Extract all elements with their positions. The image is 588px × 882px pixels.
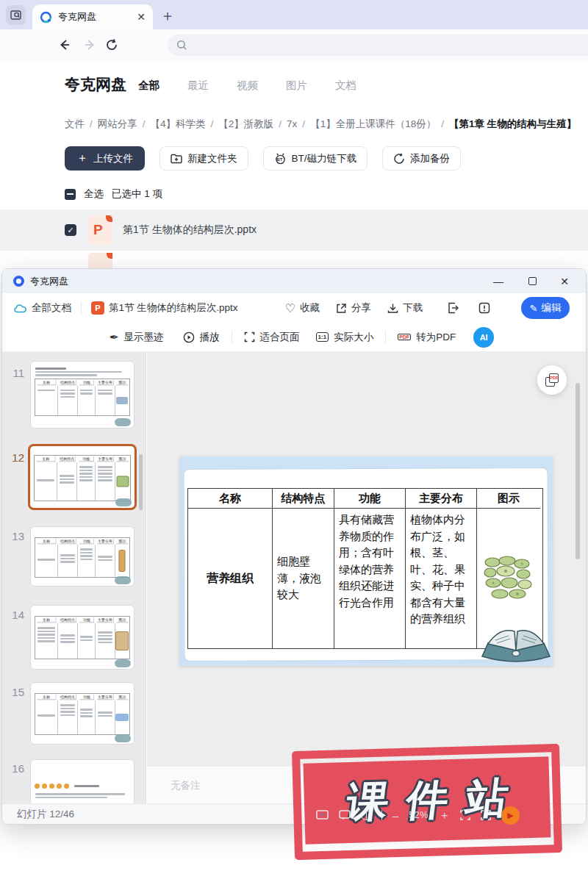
slide-thumbnail-12-selected[interactable]: 名称结构特点功能主要分布图示 (28, 444, 137, 510)
zoom-out-button[interactable]: – (392, 809, 398, 822)
breadcrumb-item[interactable]: 【1】全册上课课件（18份） (310, 118, 436, 129)
bt-download-button[interactable]: BT BT/磁力链下载 (263, 146, 368, 171)
video-play-fab[interactable]: ▶ (501, 806, 520, 825)
breadcrumb: 文件/网站分享/【4】科学类/【2】浙教版/7x/【1】全册上课课件（18份）/… (65, 118, 579, 131)
breadcrumb-item[interactable]: 7x (287, 118, 297, 129)
ai-assistant-button[interactable]: AI (473, 327, 494, 348)
language-globe-icon[interactable] (361, 810, 371, 820)
add-backup-button[interactable]: 添加备份 (382, 146, 461, 171)
close-button[interactable]: ✕ (552, 269, 577, 293)
reload-icon[interactable] (104, 37, 119, 52)
table-cell-function: 具有储藏营养物质的作用；含有叶绿体的营养组织还能进行光合作用 (334, 509, 406, 648)
tab-all[interactable]: 全部 (138, 79, 159, 93)
fullscreen-icon[interactable] (481, 810, 491, 820)
comment-icon[interactable] (339, 810, 351, 820)
tab-video[interactable]: 视频 (237, 79, 258, 93)
new-folder-button[interactable]: 新建文件夹 (159, 146, 248, 171)
feedback-button[interactable] (478, 302, 490, 314)
save-to-drive-icon (448, 302, 459, 314)
tab-close-icon[interactable]: ✕ (137, 11, 146, 23)
share-button[interactable]: 分享 (336, 301, 371, 315)
fit-width-icon[interactable] (460, 810, 470, 820)
fit-page-button[interactable]: 适合页面 (244, 331, 300, 344)
action-buttons: ＋ 上传文件 新建文件夹 BT BT/磁力链下载 添加备份 (65, 146, 461, 171)
slide-thumbnail-13[interactable]: 名称结构特点功能主要分布图示 (30, 526, 135, 587)
all-docs-button[interactable]: 全部文档 (14, 301, 71, 315)
selected-count: 已选中 1 项 (112, 187, 162, 201)
breadcrumb-item[interactable]: 【2】浙教版 (218, 118, 273, 129)
show-ink-button[interactable]: ✒ 显示墨迹 (110, 331, 164, 344)
zoom-level: 52% (409, 810, 429, 820)
file-name[interactable]: 第1节 生物体的结构层次.pptx (123, 223, 257, 237)
open-book-clipart (479, 620, 553, 665)
page-nav-tabs: 全部 最近 视频 图片 文档 (138, 79, 356, 93)
preview-window: 夸克网盘 — ✕ 全部文档 P 第1节 生物体的结构层次.pptx ♡ 收藏 分… (1, 268, 587, 825)
floating-pdf-button[interactable]: PDF (537, 365, 567, 395)
select-all-checkbox[interactable] (65, 189, 76, 200)
browser-tabstrip: 夸克网盘 ✕ ＋ (0, 0, 588, 29)
tab-title: 夸克网盘 (58, 10, 137, 24)
to-pdf-button[interactable]: PDF 转为PDF (398, 331, 456, 344)
slide-thumbnail-16[interactable] (30, 759, 135, 805)
window-titlebar[interactable]: 夸克网盘 — ✕ (2, 269, 586, 293)
actual-size-button[interactable]: 1:1 实际大小 (316, 331, 374, 344)
thumb-image (115, 631, 129, 650)
maximize-icon (528, 277, 537, 285)
file-row[interactable]: ✓ P 第1节 生物体的结构层次.pptx (0, 209, 588, 251)
backup-circle-icon (393, 153, 405, 165)
upload-button[interactable]: ＋ 上传文件 (65, 146, 145, 171)
feedback-icon (478, 302, 490, 314)
sidebar-scrollbar[interactable] (139, 454, 143, 510)
search-icon (176, 40, 187, 51)
slide-counter: 幻灯片 12/46 (17, 808, 74, 821)
edit-button[interactable]: ✎ 编辑 (521, 297, 570, 319)
selection-row: 全选 已选中 1 项 (65, 187, 162, 201)
breadcrumb-item[interactable]: 网站分享 (98, 118, 137, 129)
browser-tab[interactable]: 夸克网盘 ✕ (32, 4, 153, 29)
minimize-button[interactable]: — (486, 269, 511, 293)
one-to-one-icon: 1:1 (316, 332, 329, 342)
sidebar-toggle-button[interactable] (6, 5, 26, 25)
slide-number: 15 (5, 686, 24, 698)
file-checkbox[interactable]: ✓ (65, 224, 76, 236)
tab-image[interactable]: 图片 (286, 79, 307, 93)
search-input[interactable] (168, 35, 588, 56)
notes-placeholder: 无备注 (171, 779, 201, 792)
tab-recent[interactable]: 最近 (187, 79, 209, 93)
table-header: 主要分布 (406, 489, 477, 509)
zoom-in-button[interactable]: ＋ (439, 808, 450, 822)
thumb-image (119, 550, 126, 572)
book-clipart-icon (115, 659, 131, 667)
slide-thumbnail-14[interactable]: 名称结构特点功能主要分布图示 (30, 605, 135, 670)
slide-thumbnail-15[interactable]: 名称结构特点功能主要分布图示 (30, 682, 135, 745)
select-all-label[interactable]: 全选 (84, 187, 104, 201)
plus-icon: ＋ (76, 151, 88, 166)
book-clipart-icon (115, 418, 131, 426)
preview-file-name: 第1节 生物体的结构层次.pptx (109, 301, 238, 315)
slide-thumbnail-panel: 11 名称结构特点功能主要分布图示 12 名称结构特点功能主要分布图示 (2, 352, 146, 805)
viewer-scrollbar[interactable] (576, 383, 580, 559)
quark-app-logo-icon (13, 276, 24, 287)
slide-number: 16 (5, 762, 24, 775)
present-icon[interactable] (316, 810, 329, 821)
new-tab-button[interactable]: ＋ (160, 6, 175, 26)
download-button[interactable]: 下载 (387, 301, 423, 315)
favorite-button[interactable]: ♡ 收藏 (285, 301, 320, 315)
tab-doc[interactable]: 文档 (335, 79, 356, 93)
ppt-file-icon-partial (88, 253, 112, 268)
screen: 夸克网盘 ✕ ＋ 夸克网盘 全部 最近 视频 图片 文档 文件/网站分享/【4】… (0, 0, 588, 882)
play-circle-icon (183, 331, 195, 343)
window-title: 夸克网盘 (30, 275, 68, 288)
table-header: 名称 (188, 489, 273, 509)
maximize-button[interactable] (520, 269, 545, 293)
breadcrumb-item[interactable]: 【4】科学类 (151, 118, 206, 129)
workspace-search-icon (10, 10, 21, 21)
save-to-drive-button[interactable] (448, 302, 459, 314)
ppt-file-icon: P (88, 215, 112, 245)
back-icon[interactable] (57, 37, 72, 52)
slide-thumbnail-11[interactable]: 名称结构特点功能主要分布图示 (30, 361, 135, 429)
breadcrumb-item[interactable]: 文件 (65, 118, 85, 129)
current-slide: 名称 结构特点 功能 主要分布 图示 营养组织 细胞壁薄，液泡较大 具有储藏营养… (179, 456, 553, 666)
forward-icon[interactable] (82, 37, 97, 52)
play-button[interactable]: 播放 (183, 331, 220, 344)
